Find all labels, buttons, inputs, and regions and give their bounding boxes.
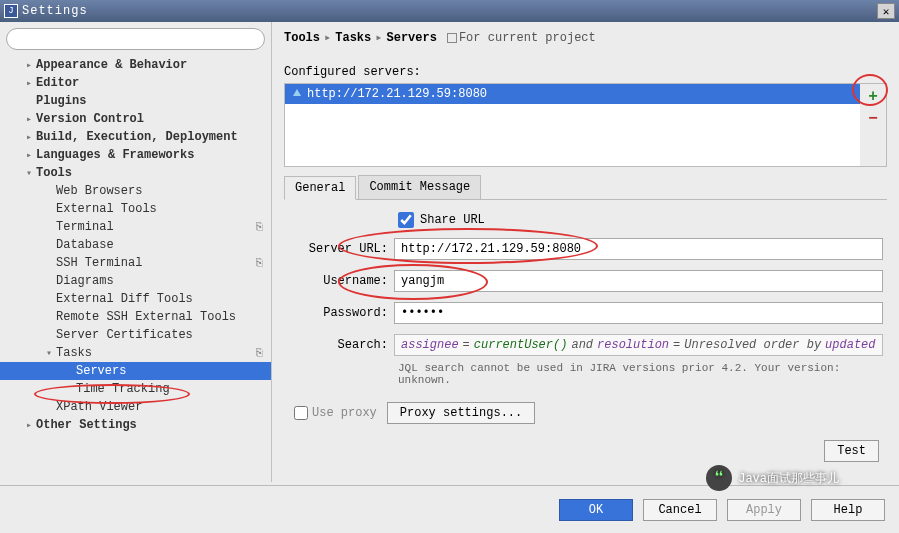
breadcrumb-tools[interactable]: Tools xyxy=(284,31,320,45)
tree-arrow-icon: ▸ xyxy=(26,59,36,71)
app-icon: J xyxy=(4,4,18,18)
breadcrumb: Tools ▸ Tasks ▸ Servers For current proj… xyxy=(284,30,887,45)
tab-commit-message[interactable]: Commit Message xyxy=(358,175,481,199)
configured-servers-label: Configured servers: xyxy=(284,65,887,79)
tree-label: Editor xyxy=(36,76,79,90)
password-field[interactable] xyxy=(394,302,883,324)
share-url-label: Share URL xyxy=(420,213,485,227)
tree-label: SSH Terminal xyxy=(56,256,142,270)
close-icon[interactable]: ✕ xyxy=(877,3,895,19)
tree-item-editor[interactable]: ▸Editor xyxy=(0,74,271,92)
use-proxy-wrap[interactable]: Use proxy xyxy=(294,406,377,420)
tree-item-tasks[interactable]: ▾Tasks⎘ xyxy=(0,344,271,362)
tree-item-xpath-viewer[interactable]: XPath Viewer xyxy=(0,398,271,416)
username-label: Username: xyxy=(288,274,388,288)
tree-label: Version Control xyxy=(36,112,144,126)
tree-label: Plugins xyxy=(36,94,86,108)
tree-item-version-control[interactable]: ▸Version Control xyxy=(0,110,271,128)
remove-server-button[interactable]: − xyxy=(864,110,882,128)
tree-item-remote-ssh-external-tools[interactable]: Remote SSH External Tools xyxy=(0,308,271,326)
tree-label: Build, Execution, Deployment xyxy=(36,130,238,144)
jira-icon xyxy=(291,88,303,100)
jql-search-expr[interactable]: assignee = currentUser() and resolution … xyxy=(394,334,883,356)
password-label: Password: xyxy=(288,306,388,320)
tree-arrow-icon: ▸ xyxy=(26,131,36,143)
tabs: General Commit Message xyxy=(284,175,887,200)
server-item[interactable]: http://172.21.129.59:8080 xyxy=(285,84,860,104)
server-list[interactable]: http://172.21.129.59:8080 xyxy=(285,84,860,166)
tab-general[interactable]: General xyxy=(284,176,356,200)
jql-hint: JQL search cannot be used in JIRA versio… xyxy=(288,362,883,386)
tree-label: Remote SSH External Tools xyxy=(56,310,236,324)
dialog-buttons: OK Cancel Apply Help xyxy=(0,485,899,533)
chevron-right-icon: ▸ xyxy=(375,30,382,45)
title-bar: J Settings ✕ xyxy=(0,0,899,22)
tree-label: XPath Viewer xyxy=(56,400,142,414)
server-url-field[interactable] xyxy=(394,238,883,260)
tree-label: External Tools xyxy=(56,202,157,216)
search-label: Search: xyxy=(288,338,388,352)
apply-button[interactable]: Apply xyxy=(727,499,801,521)
sidebar: ▸Appearance & Behavior▸EditorPlugins▸Ver… xyxy=(0,22,272,482)
tree-item-servers[interactable]: Servers xyxy=(0,362,271,380)
tree-item-database[interactable]: Database xyxy=(0,236,271,254)
tree-label: Servers xyxy=(76,364,126,378)
add-server-button[interactable]: + xyxy=(864,88,882,106)
tree-label: Tasks xyxy=(56,346,92,360)
tree-item-server-certificates[interactable]: Server Certificates xyxy=(0,326,271,344)
tree-arrow-icon: ▾ xyxy=(26,167,36,179)
use-proxy-checkbox[interactable] xyxy=(294,406,308,420)
tree-item-time-tracking[interactable]: Time Tracking xyxy=(0,380,271,398)
breadcrumb-servers: Servers xyxy=(387,31,437,45)
tree-item-tools[interactable]: ▾Tools xyxy=(0,164,271,182)
test-button[interactable]: Test xyxy=(824,440,879,462)
chevron-right-icon: ▸ xyxy=(324,30,331,45)
proxy-settings-button[interactable]: Proxy settings... xyxy=(387,402,535,424)
ok-button[interactable]: OK xyxy=(559,499,633,521)
tree-label: Tools xyxy=(36,166,72,180)
tree-item-diagrams[interactable]: Diagrams xyxy=(0,272,271,290)
tree-label: Terminal xyxy=(56,220,114,234)
for-current-project: For current project xyxy=(447,31,596,45)
server-list-panel: http://172.21.129.59:8080 + − xyxy=(284,83,887,167)
help-button[interactable]: Help xyxy=(811,499,885,521)
window-title: Settings xyxy=(22,4,877,18)
project-scope-icon: ⎘ xyxy=(256,221,263,233)
tree-item-web-browsers[interactable]: Web Browsers xyxy=(0,182,271,200)
tree-item-ssh-terminal[interactable]: SSH Terminal⎘ xyxy=(0,254,271,272)
breadcrumb-tasks[interactable]: Tasks xyxy=(335,31,371,45)
tree-arrow-icon: ▸ xyxy=(26,77,36,89)
content-panel: Tools ▸ Tasks ▸ Servers For current proj… xyxy=(272,22,899,482)
tree-label: Other Settings xyxy=(36,418,137,432)
tree-label: Time Tracking xyxy=(76,382,170,396)
tree-arrow-icon: ▸ xyxy=(26,149,36,161)
cancel-button[interactable]: Cancel xyxy=(643,499,717,521)
tree-item-external-diff-tools[interactable]: External Diff Tools xyxy=(0,290,271,308)
tree-label: Appearance & Behavior xyxy=(36,58,187,72)
project-scope-icon: ⎘ xyxy=(256,347,263,359)
server-url-label: Server URL: xyxy=(288,242,388,256)
tree-arrow-icon: ▸ xyxy=(26,419,36,431)
settings-tree: ▸Appearance & Behavior▸EditorPlugins▸Ver… xyxy=(0,56,271,482)
tree-item-plugins[interactable]: Plugins xyxy=(0,92,271,110)
tree-label: Database xyxy=(56,238,114,252)
server-side-buttons: + − xyxy=(860,84,886,166)
search-input[interactable] xyxy=(6,28,265,50)
project-scope-icon: ⎘ xyxy=(256,257,263,269)
tree-item-appearance-behavior[interactable]: ▸Appearance & Behavior xyxy=(0,56,271,74)
username-field[interactable] xyxy=(394,270,883,292)
tree-label: Server Certificates xyxy=(56,328,193,342)
tree-arrow-icon: ▾ xyxy=(46,347,56,359)
server-form: Share URL Server URL: Username: Password… xyxy=(284,200,887,474)
share-url-checkbox[interactable] xyxy=(398,212,414,228)
project-scope-icon xyxy=(447,33,457,43)
tree-label: External Diff Tools xyxy=(56,292,193,306)
tree-label: Web Browsers xyxy=(56,184,142,198)
tree-item-terminal[interactable]: Terminal⎘ xyxy=(0,218,271,236)
tree-item-other-settings[interactable]: ▸Other Settings xyxy=(0,416,271,434)
tree-item-languages-frameworks[interactable]: ▸Languages & Frameworks xyxy=(0,146,271,164)
tree-label: Languages & Frameworks xyxy=(36,148,194,162)
tree-item-external-tools[interactable]: External Tools xyxy=(0,200,271,218)
tree-item-build-execution-deployment[interactable]: ▸Build, Execution, Deployment xyxy=(0,128,271,146)
tree-label: Diagrams xyxy=(56,274,114,288)
